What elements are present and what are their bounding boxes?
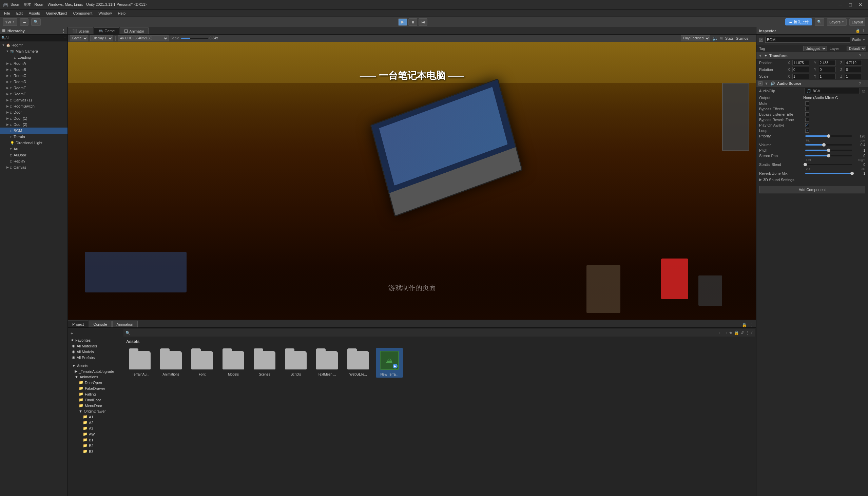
tree-item-audoor[interactable]: □ AuDoor [0,152,67,158]
asset-scenes[interactable]: Scenes [251,348,278,377]
menu-gameobject[interactable]: GameObject [43,11,70,16]
tree-b1[interactable]: 📁 B1 [69,437,121,443]
inspector-lock-icon[interactable]: 🔒 [855,29,860,33]
asset-lock-icon[interactable]: 🔒 [734,330,739,335]
asset-animations[interactable]: Animations [157,348,185,377]
asset-star-icon[interactable]: ★ [729,330,733,335]
tree-a1[interactable]: 📁 A1 [69,414,121,420]
play-on-awake-checkbox[interactable]: ✓ [805,123,809,127]
reverb-zone-slider-track[interactable] [805,173,852,174]
bypass-effects-checkbox[interactable] [805,107,809,111]
asset-back-icon[interactable]: ← [718,330,722,335]
tree-a3[interactable]: 📁 A3 [69,425,121,431]
pitch-slider-track[interactable] [805,150,852,151]
gizmos-button[interactable]: Gizmos [736,36,748,41]
asset-textmesh[interactable]: TextMesh ... [313,348,341,377]
tree-item-roomC[interactable]: ▶ □ RoomC [0,73,67,79]
display-num-select[interactable]: Display 1 [90,35,113,41]
maximize-button[interactable]: □ [846,0,855,10]
tree-item-au[interactable]: □ Au [0,146,67,152]
scale-z-input[interactable] [845,74,862,79]
layers-button[interactable]: Layers ▼ [827,18,847,26]
fav-all-materials[interactable]: ◉ All Materials [69,343,121,349]
volume-slider-track[interactable] [805,144,852,145]
search-toolbar-btn[interactable]: 🔍 [815,18,824,26]
tab-scene[interactable]: ⬛ Scene [68,28,93,34]
pause-button[interactable]: ⏸ [408,18,417,26]
tab-animator[interactable]: 🎞 Animator [120,28,148,34]
asset-terrain-auto[interactable]: _TerrainAu... [126,348,153,377]
static-dropdown-icon[interactable]: ▼ [863,38,865,41]
transform-menu-icon[interactable]: ⋮ [862,53,866,58]
menu-help[interactable]: Help [115,11,128,16]
stereo-pan-slider-track[interactable] [805,155,852,156]
position-z-input[interactable] [845,60,862,65]
tree-item-canvas2[interactable]: ▶ □ Canvas [0,164,67,170]
hierarchy-menu-icon[interactable]: ⋮ [61,28,65,34]
tab-animation[interactable]: Animation [112,321,138,327]
asset-forward-icon[interactable]: → [724,330,728,335]
audio-source-checkbox[interactable]: ✓ [758,81,762,86]
scale-y-input[interactable] [819,74,836,79]
rotation-z-input[interactable] [845,67,862,72]
play-mode-select[interactable]: Play Focused [681,35,710,41]
asset-menu-icon[interactable]: ⋮ [745,330,749,335]
menu-file[interactable]: File [1,11,13,16]
rotation-y-input[interactable] [819,67,836,72]
play-button[interactable]: ▶ [398,18,407,26]
tree-animations[interactable]: ▼ Animations [69,374,121,379]
scale-slider[interactable] [181,38,208,39]
tree-item-door1[interactable]: ▶ □ Door (1) [0,115,67,122]
object-active-checkbox[interactable]: ✓ [759,38,763,42]
tree-item-roomF[interactable]: ▶ □ RoomF [0,91,67,97]
tree-origin-drawer[interactable]: ▼ OriginDrawer [69,408,121,414]
rotation-x-input[interactable] [792,67,809,72]
tree-final-door[interactable]: 📁 FinalDoor [69,397,121,403]
tree-item-door2[interactable]: ▶ □ Door (2) [0,122,67,127]
tab-game[interactable]: 🎮 Game [94,28,119,34]
tree-item-roomD[interactable]: ▶ □ RoomD [0,79,67,85]
loop-checkbox[interactable]: ✓ [805,128,809,133]
tree-item-terrain[interactable]: □ Terrain [0,134,67,140]
audio-source-component-header[interactable]: ✓ ▼ 🔊 Audio Source ? ⋮ [756,80,868,87]
asset-new-terra[interactable]: ⛰ ▶ New Terra... [376,348,403,377]
close-button[interactable]: ✕ [856,0,865,10]
menu-assets[interactable]: Assets [26,11,43,16]
bottom-lock-icon[interactable]: 🔒 [742,323,747,327]
asset-webgl[interactable]: WebGLTe... [345,348,372,377]
tag-select[interactable]: Untagged [803,46,827,51]
tree-aw[interactable]: 📁 AW [69,431,121,437]
tree-a2[interactable]: 📁 A2 [69,420,121,425]
asset-search-input[interactable] [131,331,717,335]
add-folder-btn[interactable]: + [69,329,121,337]
tree-item-roomE[interactable]: ▶ □ RoomE [0,85,67,91]
tree-item-dirlight[interactable]: 💡 Directional Light [0,140,67,146]
layer-select[interactable]: Default [847,46,866,51]
position-y-input[interactable] [819,60,836,65]
aspect-icon[interactable]: ⊞ [720,36,723,41]
search-btn[interactable]: 🔍 [31,18,41,26]
transform-info-icon[interactable]: ? [859,53,861,58]
tree-item-main-camera[interactable]: ▼ 📷 Main Camera [0,48,67,54]
tree-item-canvas1[interactable]: ▶ □ Canvas (1) [0,97,67,103]
bottom-menu-icon[interactable]: ⋮ [749,323,753,327]
add-hierarchy-icon[interactable]: + [64,36,66,41]
menu-edit[interactable]: Edit [14,11,26,16]
asset-scripts[interactable]: Scripts [282,348,309,377]
inspector-menu-icon[interactable]: ⋮ [862,29,865,33]
tree-falling[interactable]: 📁 Falling [69,391,121,397]
tree-b2[interactable]: 📁 B2 [69,443,121,449]
tree-item-root[interactable]: ▼ 🏠 Room* [0,42,67,48]
asset-refresh-icon[interactable]: ↺ [740,330,744,335]
position-x-input[interactable] [792,60,809,65]
tab-console[interactable]: Console [89,321,111,327]
tree-item-bgm[interactable]: □ BGM [0,127,67,134]
bypass-reverb-checkbox[interactable] [805,118,809,122]
tree-item-roomB[interactable]: ▶ □ RoomB [0,66,67,73]
audio-source-info-icon[interactable]: ? [859,81,861,86]
tree-item-replay[interactable]: □ Replay [0,158,67,164]
account-btn[interactable]: YW ▼ [3,18,17,26]
add-component-button[interactable]: Add Component [759,186,865,193]
tree-item-roomA[interactable]: ▶ □ RoomA [0,60,67,66]
menu-component[interactable]: Component [70,11,95,16]
